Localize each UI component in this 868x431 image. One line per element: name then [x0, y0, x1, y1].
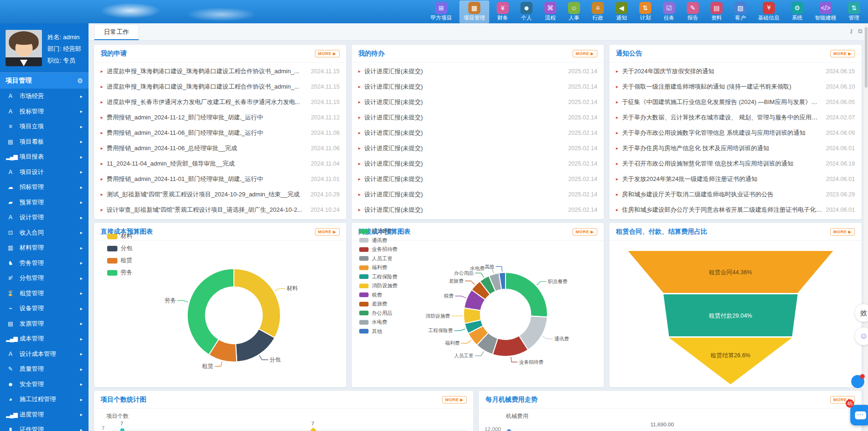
top-nav-item[interactable]: ☺人事 [564, 0, 584, 23]
list-item[interactable]: ▸设计审查_彭祖新城“四馆”景观工程设计项目_请选择_胡广生_2024-10-2… [101, 202, 340, 217]
legend-item[interactable]: 人员工资 [359, 255, 397, 262]
top-nav-item[interactable]: ☑任务 [659, 0, 679, 23]
more-button[interactable]: MORE ▶ [573, 228, 597, 236]
sidebar-item[interactable]: ☁招标管理▸ [0, 180, 89, 195]
chat-float-button[interactable]: ··· [850, 405, 868, 425]
legend-item[interactable]: 租赁 [107, 257, 132, 264]
list-item[interactable]: ▸费用报销_admin_2024-11-12_部门经理审批_胡建,_运行中202… [101, 110, 340, 125]
sidebar-item[interactable]: ▮证件管理▸ [0, 422, 89, 431]
top-nav-item[interactable]: ◀通知 [611, 0, 632, 23]
list-item[interactable]: ▸设计进度汇报(未提交)2025.02.14 [358, 140, 597, 156]
legend-item[interactable]: 水电费 [359, 319, 397, 326]
legend-item[interactable]: 福利费 [359, 264, 397, 271]
top-nav-item[interactable]: ⊞甲方项目 [426, 0, 456, 23]
top-nav-item[interactable]: </>智能建模 [811, 0, 841, 23]
list-item[interactable]: ▸关于2024年国庆节放假安排的通知2024.06.15 [616, 63, 855, 79]
sidebar-item[interactable]: A设计管理▸ [0, 210, 89, 225]
legend-item[interactable]: 工程保险费 [359, 273, 397, 280]
top-nav-item[interactable]: ✎报告 [683, 0, 703, 23]
legend-item[interactable]: 业务招待费 [359, 246, 397, 253]
sidebar-item[interactable]: ▂▄▆项目报表▸ [0, 149, 89, 165]
sidebar-section-header[interactable]: 项目管理 ⚙ [0, 73, 89, 89]
key-icon[interactable]: ⚷ [849, 28, 854, 35]
top-nav-item[interactable]: ▦项目管理 [459, 0, 489, 23]
sidebar-item[interactable]: x²分包管理▸ [0, 271, 89, 286]
legend-item[interactable]: 材料 [107, 232, 132, 240]
list-item[interactable]: ▸住房和城乡建设部办公厅关于同意吉林省开展二级建造师注册证书电子化试点...20… [616, 202, 855, 217]
list-item[interactable]: ▸11_2024-11-04_admin_经营部_领导审批__完成2024.11… [101, 156, 340, 171]
top-nav-item[interactable]: ⌘流程 [540, 0, 560, 23]
more-button[interactable]: MORE ▶ [315, 228, 340, 236]
legend-item[interactable]: 职员餐费 [359, 228, 397, 235]
more-button[interactable]: MORE ▶ [573, 50, 597, 57]
list-item[interactable]: ▸关于举办市政公用设施数字化管理信息 系统建设与应用培训班的通知2024.06.… [616, 125, 855, 140]
legend-item[interactable]: 差旅费 [359, 300, 397, 307]
top-nav-item[interactable]: ☻个人 [516, 0, 537, 23]
more-button[interactable]: MORE ▶ [442, 396, 467, 403]
sidebar-item[interactable]: ≡项目立项▸ [0, 119, 89, 134]
sidebar-item[interactable]: ▂▄▆成本管理▸ [0, 331, 89, 347]
top-nav-item[interactable]: ⇅管理 [844, 0, 864, 23]
list-item[interactable]: ▸设计进度汇报(未提交)2025.02.14 [358, 110, 597, 125]
sidebar-item[interactable]: ♞劳务管理▸ [0, 256, 89, 271]
sidebar-item[interactable]: ▂▄▆进度管理▸ [0, 407, 89, 423]
top-nav-item[interactable]: ≡行政 [588, 0, 608, 23]
list-item[interactable]: ▸进度款申报_珠海鹤港口建设_珠海鹤港口建设工程合作协议书_admin_...2… [101, 79, 340, 94]
list-item[interactable]: ▸于征集《中国建筑施工行业信息化发展报告 (2024) —BIM应用与发展》材料… [616, 94, 855, 110]
more-button[interactable]: MORE ▶ [830, 228, 855, 236]
top-nav-item[interactable]: ▤资料 [706, 0, 727, 23]
legend-item[interactable]: 通讯费 [359, 237, 397, 244]
sidebar-item[interactable]: A市场经营▸ [0, 89, 89, 104]
legend-item[interactable]: 税费 [359, 292, 397, 299]
list-item[interactable]: ▸费用报销_admin_2024-11-06_部门经理审批_胡建,_运行中202… [101, 125, 340, 140]
list-item[interactable]: ▸关于举办大数据、云计算技术在城市建设、 规划、管理与服务中的应用培训班...2… [616, 110, 855, 125]
legend-item[interactable]: 劳务 [107, 269, 132, 277]
sidebar-item[interactable]: ⌁设备管理▸ [0, 301, 89, 316]
scrollbar[interactable] [864, 23, 868, 431]
sidebar-item[interactable]: A设计成本管理▸ [0, 347, 89, 362]
funnel-stage-租赁结算[interactable] [669, 338, 792, 384]
sidebar-item[interactable]: ▥材料管理▸ [0, 240, 89, 256]
more-button[interactable]: MORE ▶ [315, 50, 340, 57]
list-item[interactable]: ▸关于举办住房与房地产信息化 技术及应用培训班的通知2024.06.01 [616, 140, 855, 156]
tab-daily-work[interactable]: 日常工作 [94, 24, 139, 40]
sidebar-item[interactable]: ▰预算管理▸ [0, 195, 89, 210]
sidebar-item[interactable]: ⊡收入合同▸ [0, 225, 89, 241]
top-nav-item[interactable]: ¥财务 [492, 0, 513, 23]
pie-slice-劳务[interactable] [187, 269, 234, 355]
more-button[interactable]: MORE ▶ [830, 50, 855, 57]
layout-toggle-icon[interactable]: ⧉ [858, 28, 862, 35]
list-item[interactable]: ▸设计进度汇报(未提交)2025.02.14 [358, 156, 597, 171]
list-item[interactable]: ▸关于发放2024年第24批一级建造师注册证书的通知2024.06.01 [616, 171, 855, 187]
list-item[interactable]: ▸费用报销_admin_2024-11-06_总经理审批__完成2024.11.… [101, 140, 340, 156]
data-point-circle[interactable] [120, 428, 124, 431]
legend-item[interactable]: 办公用品 [359, 310, 397, 317]
list-item[interactable]: ▸设计进度汇报(未提交)2025.02.14 [358, 79, 597, 94]
list-item[interactable]: ▸设计进度汇报(未提交)2025.02.14 [358, 187, 597, 202]
list-item[interactable]: ▸进度款申报_长春市伊通河水力发电厂改建工程_长春市伊通河水力发电...2024… [101, 94, 340, 110]
avatar[interactable] [6, 30, 42, 66]
top-nav-item[interactable]: ⚙系统 [787, 0, 807, 23]
list-item[interactable]: ▸关于召开市政公用设施智慧化管理 信息技术与应用培训班的通知2024.06.19 [616, 156, 855, 171]
notification-float-button[interactable] [851, 375, 864, 388]
data-point-diamond[interactable] [310, 427, 316, 431]
list-item[interactable]: ▸费用报销_admin_2024-11-01_部门经理审批_胡建,_运行中202… [101, 171, 340, 187]
list-item[interactable]: ▸房和城乡建设厅关于取消二级建造师临时执业证书的公告2023.08.29 [616, 187, 855, 202]
top-nav-item[interactable]: ⇅计划 [635, 0, 656, 23]
pie-slice-材料[interactable] [234, 269, 280, 338]
sidebar-item[interactable]: ⌛租赁管理▸ [0, 286, 89, 301]
scrollbar-thumb[interactable] [865, 27, 868, 88]
sidebar-item[interactable]: ☻安全管理▸ [0, 377, 89, 392]
top-nav-item[interactable]: ▨客户 [730, 0, 751, 23]
sidebar-item[interactable]: ▤发票管理▸ [0, 316, 89, 332]
list-item[interactable]: ▸设计进度汇报(未提交)2025.02.14 [358, 171, 597, 187]
legend-item[interactable]: 消防设施费 [359, 282, 397, 289]
gear-icon[interactable]: ⚙ [77, 77, 83, 84]
sidebar-item[interactable]: ✎质量管理▸ [0, 361, 89, 377]
sidebar-item[interactable]: ◕施工过程管理▸ [0, 392, 89, 407]
list-item[interactable]: ▸设计进度汇报(未提交)2025.02.14 [358, 94, 597, 110]
data-point-circle[interactable] [507, 429, 511, 431]
sidebar-item[interactable]: ▤项目看板▸ [0, 134, 89, 150]
list-item[interactable]: ▸关于领取一级注册建造师增项贴的通知 (须持一建证书前来领取)2024.06.1… [616, 79, 855, 94]
list-item[interactable]: ▸测试_彭祖新城“四馆”景观工程设计项目_2024-10-29_admin_结束… [101, 187, 340, 202]
